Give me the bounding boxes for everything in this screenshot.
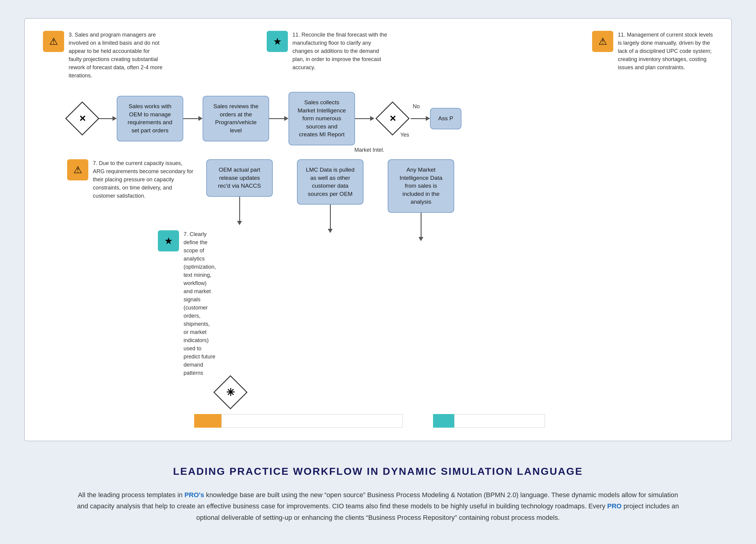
top-annotation-2: ★ 11. Reconcile the final forecast with … xyxy=(267,31,388,80)
left-annotation-2: ★ 7. Clearly define the scope of analyti… xyxy=(158,230,194,377)
arrowhead-2 xyxy=(198,116,203,121)
annotation-text-2: 11. Reconcile the final forecast with th… xyxy=(292,31,388,72)
arrow-4 xyxy=(355,116,374,121)
process-node-6: LMC Data is pulled as well as other cust… xyxy=(297,159,363,205)
process-node-5: OEM actual part release updates rec'd vi… xyxy=(206,159,273,197)
process-node-partial: Ass P xyxy=(430,108,461,129)
star-icon-1: ★ xyxy=(267,31,288,52)
left-annotations: ⚠ 7. Due to the current capacity issues,… xyxy=(67,159,194,377)
market-intel-label: Market Intel. xyxy=(354,147,384,153)
arrowhead-4 xyxy=(370,116,374,121)
lower-section: ⚠ 7. Due to the current capacity issues,… xyxy=(37,153,719,377)
partial-node-text: Ass P xyxy=(438,115,453,122)
left-annotation-text-1: 7. Due to the current capacity issues, A… xyxy=(93,159,194,200)
vert-arrowhead-1 xyxy=(237,221,242,225)
gateway-star-wrapper: ✳ xyxy=(215,377,246,407)
vert-arrowhead-2 xyxy=(328,229,333,233)
gateway-yes-label: Yes xyxy=(400,132,409,138)
top-annotation-3: ⚠ 11. Management of current stock levels… xyxy=(592,31,713,80)
vert-arrow-3 xyxy=(419,213,423,241)
process-node-2: Sales reviews the orders at the Program/… xyxy=(203,96,269,141)
arrowhead-5 xyxy=(426,116,430,121)
process-node-3: Sales collects Market Intelligence form … xyxy=(288,92,355,145)
main-flow-row: ✕ Sales works with OEM to manage require… xyxy=(37,92,719,145)
bottom-white-rect xyxy=(221,414,403,428)
vert-arrow-1 xyxy=(237,197,242,225)
gateway-2-symbol: ✕ xyxy=(389,114,396,124)
gateway-star-symbol: ✳ xyxy=(226,386,235,398)
warning-icon-2: ⚠ xyxy=(592,31,613,52)
arrowhead-1 xyxy=(112,116,117,121)
middle-flow-area: OEM actual part release updates rec'd vi… xyxy=(206,159,454,241)
bottom-white-rect-2 xyxy=(454,414,545,428)
bottom-bar xyxy=(37,413,719,428)
text-section: LEADING PRACTICE WORKFLOW IN DYNAMIC SIM… xyxy=(24,459,732,529)
annotation-text-1: 3. Sales and program managers are involv… xyxy=(69,31,164,80)
gateway-1-wrapper: ✕ xyxy=(67,103,97,134)
node7-vertical-flow: Any Market Intelligence Data from sales … xyxy=(388,159,454,241)
main-diagram-container: ⚠ 3. Sales and program managers are invo… xyxy=(24,18,732,441)
bottom-orange-rect xyxy=(194,414,221,428)
top-annotation-1: ⚠ 3. Sales and program managers are invo… xyxy=(43,31,164,80)
gateway-star: ✳ xyxy=(213,375,247,409)
arrow-3 xyxy=(269,116,288,121)
bottom-teal-rect xyxy=(433,414,454,428)
arrow-2 xyxy=(183,116,203,121)
star-icon-2: ★ xyxy=(158,230,179,252)
gateway-1: ✕ xyxy=(65,102,99,136)
arrow-5 xyxy=(411,116,430,121)
desc-highlight-2: PRO xyxy=(607,502,622,510)
left-annotation-1: ⚠ 7. Due to the current capacity issues,… xyxy=(67,159,194,200)
main-title: LEADING PRACTICE WORKFLOW IN DYNAMIC SIM… xyxy=(36,465,720,477)
diagram-area: ⚠ 3. Sales and program managers are invo… xyxy=(37,31,719,428)
node6-vertical-flow: LMC Data is pulled as well as other cust… xyxy=(297,159,363,233)
node5-vertical-flow: OEM actual part release updates rec'd vi… xyxy=(206,159,273,225)
vert-arrowhead-3 xyxy=(419,237,423,241)
market-intel-label-row: Market Intel. xyxy=(37,147,719,153)
desc-highlight-1: PRO's xyxy=(184,491,204,499)
arrowhead-3 xyxy=(284,116,288,121)
arrow-1 xyxy=(97,116,117,121)
description-text: All the leading process templates in PRO… xyxy=(76,489,680,523)
process-node-7: Any Market Intelligence Data from sales … xyxy=(388,159,454,213)
star-gateway-row: ✳ xyxy=(37,377,719,407)
annotation-text-3: 11. Management of current stock levels i… xyxy=(618,31,713,72)
desc-part-1: All the leading process templates in xyxy=(78,491,184,499)
gateway-no-label: No xyxy=(413,103,420,110)
left-annotation-text-2: 7. Clearly define the scope of analytics… xyxy=(184,230,216,377)
warning-icon-1: ⚠ xyxy=(43,31,64,52)
process-node-1: Sales works with OEM to manage requireme… xyxy=(117,96,183,141)
gateway-1-symbol: ✕ xyxy=(79,114,86,124)
warning-icon-3: ⚠ xyxy=(67,159,88,181)
vert-arrow-2 xyxy=(328,205,333,233)
top-annotations-row: ⚠ 3. Sales and program managers are invo… xyxy=(37,31,719,80)
gateway-2: ✕ xyxy=(375,102,409,136)
gateway-2-wrapper: ✕ No Yes xyxy=(374,100,411,137)
